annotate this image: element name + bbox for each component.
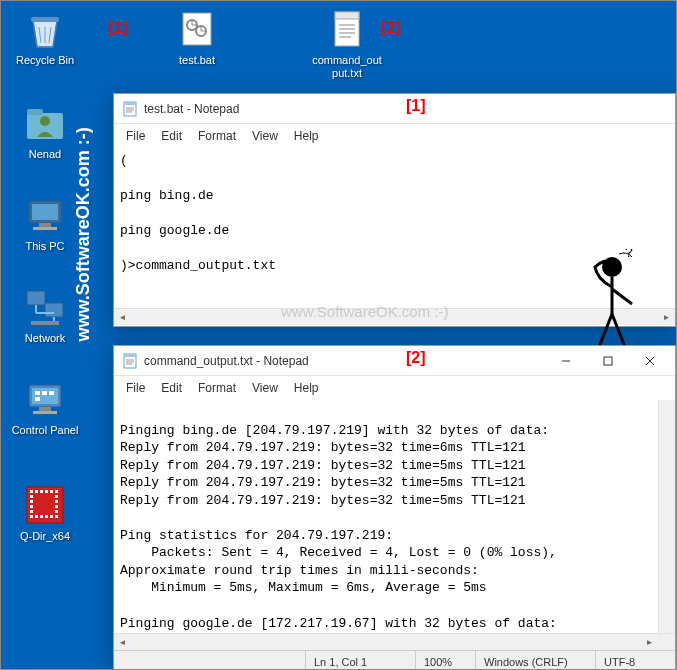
svg-line-61 xyxy=(612,314,625,347)
svg-line-59 xyxy=(612,289,632,304)
svg-rect-45 xyxy=(55,510,58,513)
horizontal-scrollbar[interactable]: ◄ ► xyxy=(114,633,675,650)
stickfigure-cartoon: ? xyxy=(577,249,647,359)
desktop-icon-command-output[interactable]: command_output.txt xyxy=(311,7,383,80)
status-zoom: 100% xyxy=(415,651,475,670)
menu-edit[interactable]: Edit xyxy=(153,378,190,398)
svg-rect-30 xyxy=(33,411,57,414)
status-encoding: UTF-8 xyxy=(595,651,675,670)
menu-format[interactable]: Format xyxy=(190,126,244,146)
editor-content[interactable]: Pinging bing.de [204.79.197.219] with 32… xyxy=(114,400,675,633)
svg-rect-35 xyxy=(45,490,48,493)
svg-rect-44 xyxy=(30,510,33,513)
svg-rect-34 xyxy=(40,490,43,493)
desktop-icon-control-panel[interactable]: Control Panel xyxy=(9,377,81,437)
svg-point-57 xyxy=(602,257,622,277)
svg-rect-46 xyxy=(30,515,33,518)
svg-point-12 xyxy=(40,116,50,126)
desktop-icon-network[interactable]: Network xyxy=(9,285,81,345)
desktop-icon-label: Q-Dir_x64 xyxy=(9,530,81,543)
computer-icon xyxy=(23,193,67,237)
desktop-icon-this-pc[interactable]: This PC xyxy=(9,193,81,253)
menubar: File Edit Format View Help xyxy=(114,376,675,400)
svg-rect-53 xyxy=(124,102,136,105)
desktop-icon-label: command_output.txt xyxy=(311,54,383,80)
desktop-icon-label: Control Panel xyxy=(9,424,81,437)
svg-rect-27 xyxy=(49,391,54,395)
control-panel-icon xyxy=(23,377,67,421)
desktop-icon-nenad[interactable]: Nenad xyxy=(9,101,81,161)
menu-help[interactable]: Help xyxy=(286,378,327,398)
content-watermark-1: www.SoftwareOK.com :-) xyxy=(281,303,449,320)
user-folder-icon xyxy=(23,101,67,145)
close-button[interactable] xyxy=(629,347,671,375)
desktop-icon-label: test.bat xyxy=(161,54,233,67)
desktop-icon-label: Nenad xyxy=(9,148,81,161)
svg-rect-25 xyxy=(35,391,40,395)
recycle-bin-icon xyxy=(23,7,67,51)
desktop-icon-qdir[interactable]: Q-Dir_x64 xyxy=(9,483,81,543)
svg-line-60 xyxy=(599,314,612,347)
svg-rect-26 xyxy=(42,391,47,395)
svg-rect-5 xyxy=(335,12,359,19)
svg-rect-38 xyxy=(30,495,33,498)
scroll-left-icon[interactable]: ◄ xyxy=(114,309,131,325)
menu-view[interactable]: View xyxy=(244,126,286,146)
svg-rect-16 xyxy=(33,227,57,230)
scroll-right-icon[interactable]: ► xyxy=(658,309,675,325)
scroll-left-icon[interactable]: ◄ xyxy=(114,634,131,650)
desktop-icon-recycle-bin[interactable]: Recycle Bin xyxy=(9,7,81,67)
svg-rect-42 xyxy=(30,505,33,508)
svg-rect-47 xyxy=(35,515,38,518)
svg-rect-50 xyxy=(50,515,53,518)
svg-rect-29 xyxy=(39,407,51,411)
svg-rect-0 xyxy=(31,17,59,22)
vertical-scrollbar[interactable] xyxy=(658,400,675,633)
menu-file[interactable]: File xyxy=(118,378,153,398)
vertical-watermark: www.SoftwareOK.com :-) xyxy=(73,127,94,341)
svg-rect-32 xyxy=(30,490,33,493)
notepad-icon xyxy=(122,101,138,117)
desktop-icon-label: Network xyxy=(9,332,81,345)
svg-rect-22 xyxy=(31,321,59,325)
bat-file-icon xyxy=(175,7,219,51)
status-position: Ln 1, Col 1 xyxy=(305,651,415,670)
svg-rect-28 xyxy=(35,397,40,401)
window-title: command_output.txt - Notepad xyxy=(144,354,545,368)
svg-rect-15 xyxy=(39,223,51,227)
svg-rect-18 xyxy=(45,303,63,317)
svg-rect-37 xyxy=(55,490,58,493)
menu-format[interactable]: Format xyxy=(190,378,244,398)
desktop-icon-label: This PC xyxy=(9,240,81,253)
titlebar[interactable]: test.bat - Notepad xyxy=(114,94,675,124)
titlebar[interactable]: command_output.txt - Notepad xyxy=(114,346,675,376)
qdir-icon xyxy=(23,483,67,527)
menubar: File Edit Format View Help xyxy=(114,124,675,148)
notepad-icon xyxy=(122,353,138,369)
svg-rect-66 xyxy=(124,354,136,357)
svg-rect-41 xyxy=(55,500,58,503)
maximize-button[interactable] xyxy=(587,347,629,375)
svg-rect-43 xyxy=(55,505,58,508)
scroll-right-icon[interactable]: ► xyxy=(641,634,658,650)
txt-file-icon xyxy=(325,7,369,51)
status-eol: Windows (CRLF) xyxy=(475,651,595,670)
menu-file[interactable]: File xyxy=(118,126,153,146)
annotation-desktop-1: [1] xyxy=(108,19,128,37)
menu-help[interactable]: Help xyxy=(286,126,327,146)
scroll-track[interactable] xyxy=(131,634,641,650)
svg-rect-17 xyxy=(27,291,45,305)
svg-rect-24 xyxy=(32,388,58,404)
notepad-window-2[interactable]: command_output.txt - Notepad File Edit F… xyxy=(113,345,676,669)
svg-rect-48 xyxy=(40,515,43,518)
menu-view[interactable]: View xyxy=(244,378,286,398)
desktop-icon-label: Recycle Bin xyxy=(9,54,81,67)
svg-rect-51 xyxy=(55,515,58,518)
desktop-icon-test-bat[interactable]: test.bat xyxy=(161,7,233,67)
annotation-window-2: [2] xyxy=(406,349,426,367)
minimize-button[interactable] xyxy=(545,347,587,375)
svg-rect-71 xyxy=(604,357,612,365)
svg-rect-40 xyxy=(30,500,33,503)
menu-edit[interactable]: Edit xyxy=(153,126,190,146)
annotation-desktop-2: [2] xyxy=(381,19,401,37)
